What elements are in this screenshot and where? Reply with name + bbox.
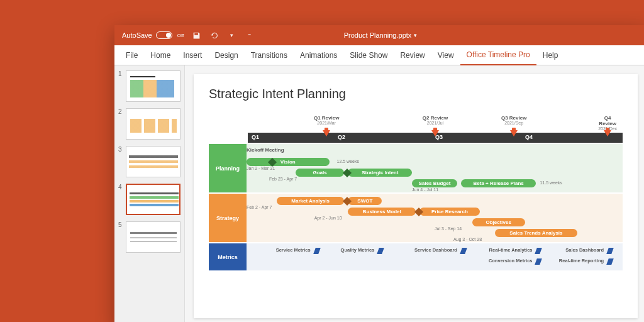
toggle-switch-icon[interactable] <box>156 31 172 39</box>
slide-thumbnail[interactable]: 5 <box>118 221 180 253</box>
ribbon-tab-slide-show[interactable]: Slide Show <box>343 45 394 65</box>
timeline-row: Business ModelPrice ResearchApr 2 - Jun … <box>247 208 623 218</box>
timeline-chart[interactable]: Q1 Review2021/MarQ2 Review2021/JulQ3 Rev… <box>209 115 623 270</box>
ribbon-tab-help[interactable]: Help <box>536 45 565 65</box>
ribbon-tabs: FileHomeInsertDesignTransitionsAnimation… <box>114 45 644 65</box>
review-marker-icon <box>323 130 330 136</box>
swimlane-title: Metrics <box>209 243 247 270</box>
slide-thumbnail[interactable]: 2 <box>118 108 180 140</box>
review-label: Q3 Review2021/Sep <box>501 115 526 125</box>
thumb-preview <box>126 108 180 140</box>
task-bar[interactable]: Objectives <box>472 218 525 226</box>
slide-thumbnail[interactable]: 1 <box>118 70 180 102</box>
qat-dropdown-icon[interactable]: ▾ <box>226 30 236 40</box>
review-label: Q2 Review2021/Jul <box>423 115 448 125</box>
slide-title[interactable]: Strategic Intent Planning <box>209 87 623 101</box>
swimlane-title: Planning <box>209 144 247 192</box>
timeline-row: ObjectivesJul 3 - Sep 14 <box>247 218 623 228</box>
flag-icon[interactable] <box>377 248 384 254</box>
review-marker-icon <box>431 130 439 136</box>
thumb-preview <box>126 70 180 102</box>
title-bar: AutoSave Off ▾ ⁼ Product Planning.pptx ▾ <box>114 25 644 45</box>
timeline-row: Conversion MetricsReal-time Reporting <box>247 257 623 267</box>
thumb-number: 3 <box>118 146 123 177</box>
ribbon-tab-animations[interactable]: Animations <box>294 45 343 65</box>
autosave-state: Off <box>177 33 184 38</box>
flag-icon[interactable] <box>606 258 614 265</box>
ribbon-tab-view[interactable]: View <box>431 45 460 65</box>
flag-icon[interactable] <box>313 248 321 254</box>
thumb-number: 5 <box>118 221 123 253</box>
review-marker-icon <box>604 130 611 136</box>
thumb-number: 2 <box>118 108 123 140</box>
ribbon-tab-review[interactable]: Review <box>394 45 431 65</box>
task-bar[interactable]: Business Model <box>348 208 416 216</box>
metric-label: Sales Dashboard <box>565 247 604 253</box>
document-title[interactable]: Product Planning.pptx ▾ <box>344 31 418 39</box>
swimlane-metrics: MetricsService MetricsQuality MetricsSer… <box>209 243 623 270</box>
qat-overflow-icon[interactable]: ⁼ <box>244 30 254 40</box>
flag-icon[interactable] <box>460 248 467 254</box>
swimlane-strategy: StrategyMarket AnalysisSWOTFeb 2 - Apr 7… <box>209 194 623 242</box>
date-range: Aug 3 - Oct 28 <box>453 237 482 242</box>
swimlane-body: Service MetricsQuality MetricsService Da… <box>247 243 623 270</box>
quarter-label: Q2 <box>338 134 345 140</box>
ribbon-tab-home[interactable]: Home <box>144 45 177 65</box>
flag-icon[interactable] <box>535 258 543 265</box>
ribbon-tab-insert[interactable]: Insert <box>177 45 208 65</box>
swimlane-title: Strategy <box>209 194 247 242</box>
swimlane-body: Market AnalysisSWOTFeb 2 - Apr 7Business… <box>247 194 623 242</box>
metric-label: Real-time Reporting <box>559 258 604 264</box>
current-slide[interactable]: Strategic Intent Planning Q1 Review2021/… <box>194 74 638 318</box>
chevron-down-icon: ▾ <box>414 32 417 38</box>
ribbon-tab-transitions[interactable]: Transitions <box>245 45 294 65</box>
duration-text: 12.5 weeks <box>337 159 359 164</box>
thumb-preview <box>126 221 180 253</box>
task-bar[interactable]: Sales Trends Analysis <box>495 229 578 237</box>
save-icon[interactable] <box>191 30 201 40</box>
flag-icon[interactable] <box>606 248 614 254</box>
task-bar[interactable]: Price Research <box>419 208 480 216</box>
autosave-label: AutoSave <box>122 31 152 39</box>
metric-label: Service Dashboard <box>414 247 457 253</box>
slide-thumbnail[interactable]: 4 <box>118 184 180 215</box>
task-bar[interactable]: Goals <box>296 169 345 177</box>
metric-label: Quality Metrics <box>341 247 375 253</box>
timeline-row: Sales Trends AnalysisAug 3 - Oct 28 <box>247 229 623 239</box>
swimlanes: PlanningKickoff MeetingVisionJan 2 - Mar… <box>209 144 623 270</box>
task-bar[interactable]: Strategic Intent <box>348 169 412 177</box>
autosave-toggle[interactable]: AutoSave Off <box>122 31 184 39</box>
ribbon-tab-office-timeline-pro[interactable]: Office Timeline Pro <box>460 45 536 65</box>
slide-thumbnail[interactable]: 3 <box>118 146 180 177</box>
task-bar[interactable]: Market Analysis <box>277 197 345 205</box>
flag-icon[interactable] <box>535 248 543 254</box>
timeline-row: Market AnalysisSWOTFeb 2 - Apr 7 <box>247 197 623 207</box>
quarter-label: Q1 <box>252 134 259 140</box>
workspace: 12345 Strategic Intent Planning Q1 Revie… <box>114 65 644 322</box>
thumb-number: 1 <box>118 70 123 102</box>
task-bar[interactable]: Beta + Release Plans <box>461 179 536 187</box>
slide-thumbnails-panel[interactable]: 12345 <box>114 65 185 322</box>
task-bar[interactable]: Sales Budget <box>412 179 457 187</box>
review-marker-icon <box>510 130 518 136</box>
swimlane-body: Kickoff MeetingVisionJan 2 - Mar 3112.5 … <box>247 144 623 192</box>
timeline-row: Kickoff Meeting <box>247 147 623 157</box>
timeline-row: GoalsStrategic IntentFeb 23 - Apr 7 <box>247 169 623 179</box>
swimlane-planning: PlanningKickoff MeetingVisionJan 2 - Mar… <box>209 144 623 192</box>
ribbon-tab-file[interactable]: File <box>119 45 144 65</box>
task-bar[interactable]: SWOT <box>348 197 382 205</box>
timeline-row: Service MetricsQuality MetricsService Da… <box>247 247 623 257</box>
task-bar[interactable]: Vision <box>247 158 330 166</box>
app-window: AutoSave Off ▾ ⁼ Product Planning.pptx ▾… <box>114 25 644 322</box>
timeline-row: Sales BudgetBeta + Release PlansJun 4 - … <box>247 179 623 189</box>
metric-label: Real-time Analytics <box>489 247 533 253</box>
timeline-row: VisionJan 2 - Mar 3112.5 weeks <box>247 158 623 168</box>
thumb-preview <box>126 146 180 177</box>
ribbon-tab-design[interactable]: Design <box>208 45 244 65</box>
slide-editor[interactable]: Strategic Intent Planning Q1 Review2021/… <box>185 65 644 322</box>
review-label: Q1 Review2021/Mar <box>314 115 339 125</box>
metric-label: Service Metrics <box>276 247 311 253</box>
metric-label: Conversion Metrics <box>489 258 533 264</box>
undo-icon[interactable] <box>209 30 219 40</box>
thumb-number: 4 <box>118 184 123 215</box>
